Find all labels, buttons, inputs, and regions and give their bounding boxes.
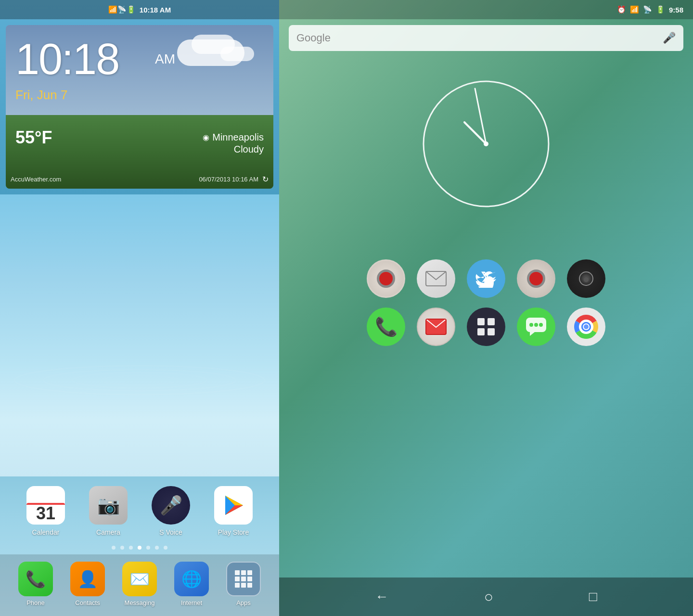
svg-rect-25 (477, 318, 485, 325)
nav-bar: ← ○ □ (279, 578, 693, 616)
svg-point-20 (484, 141, 488, 146)
weather-temp: 55°F (15, 128, 52, 148)
calendar-icon-img: 31 (26, 486, 65, 525)
messaging-emoji: ✉️ (129, 569, 150, 589)
icon-twitter[interactable]: 𝕏 (467, 259, 505, 298)
icon-camera-2[interactable] (517, 259, 555, 298)
svoice-label: S Voice (159, 528, 182, 536)
app-calendar[interactable]: 31 Calendar (26, 486, 65, 536)
internet-emoji: 🌐 (181, 569, 202, 589)
alarm-icon: ⏰ (617, 5, 626, 14)
page-dot-5[interactable] (146, 546, 150, 550)
battery-icon-right: 🔋 (656, 5, 665, 14)
contacts-label: Contacts (75, 599, 100, 606)
svg-rect-11 (235, 577, 240, 581)
clock-widget (279, 38, 693, 250)
contacts-icon: 👤 (70, 562, 105, 596)
wifi-icon-right: 📶 (630, 5, 639, 14)
spacer (279, 365, 693, 578)
internet-label: Internet (181, 599, 202, 606)
svg-rect-9 (241, 570, 246, 575)
cam-lens-1 (377, 270, 395, 288)
svg-rect-28 (488, 328, 495, 335)
icon-vinyl[interactable] (567, 259, 605, 298)
icon-red-camera[interactable] (367, 259, 405, 298)
svg-marker-33 (530, 332, 535, 336)
apps-icon (226, 562, 261, 596)
back-button[interactable]: ← (375, 589, 388, 604)
page-dot-4[interactable] (138, 546, 141, 550)
app-camera[interactable]: 📷 Camera (89, 486, 128, 536)
icon-phone-green[interactable]: 📞 (367, 308, 405, 346)
cloud-3 (220, 47, 254, 61)
home-button[interactable]: ○ (484, 588, 493, 606)
clock-svg (419, 77, 553, 211)
dock-messaging[interactable]: ✉️ Messaging (122, 562, 157, 606)
app-playstore[interactable]: Play Store (214, 486, 253, 536)
icon-grid-apps[interactable] (467, 308, 505, 346)
icons-row-1: 𝕏 (308, 259, 664, 298)
internet-icon: 🌐 (174, 562, 209, 596)
weather-condition: Cloudy (234, 144, 264, 155)
battery-icon: 🔋 (127, 5, 136, 14)
svoice-icon-img: 🎤 (152, 486, 190, 525)
icon-mail-red[interactable] (417, 308, 455, 346)
weather-widget: 10:18 AM Fri, Jun 7 55°F ◉ Minneapolis C… (6, 25, 273, 189)
dock-apps[interactable]: Apps (226, 562, 261, 606)
twitter-svg: 𝕏 (475, 270, 497, 288)
accuweather-logo: AccuWeather.com (11, 176, 61, 183)
app-svoice[interactable]: 🎤 S Voice (152, 486, 190, 536)
svg-rect-16 (247, 583, 252, 588)
icon-chrome[interactable] (567, 308, 605, 346)
svg-point-0 (14, 366, 265, 395)
weather-time: 10:18 (15, 35, 119, 84)
recent-button[interactable]: □ (589, 589, 597, 604)
svg-rect-15 (241, 583, 246, 588)
calendar-label: Calendar (32, 528, 60, 536)
camera-emoji: 📷 (97, 495, 120, 516)
dock: 📞 Phone 👤 Contacts ✉️ Messaging 🌐 Intern… (0, 554, 279, 616)
dock-internet[interactable]: 🌐 Internet (174, 562, 209, 606)
phone-green-emoji: 📞 (375, 316, 398, 337)
svg-rect-8 (235, 570, 240, 575)
right-panel: ⏰ 📶 📡 🔋 9:58 Google 🎤 (279, 0, 693, 616)
weather-location: Minneapolis (212, 132, 264, 143)
svg-rect-12 (241, 577, 246, 581)
svg-point-38 (584, 324, 589, 329)
page-dot-7[interactable] (164, 546, 167, 550)
refresh-icon[interactable]: ↻ (262, 175, 269, 184)
phone-label: Phone (26, 599, 45, 606)
page-dot-2[interactable] (120, 546, 124, 550)
icon-chat[interactable] (517, 308, 555, 346)
wifi-icon: 📶 (108, 5, 117, 14)
dock-phone[interactable]: 📞 Phone (18, 562, 53, 606)
signal-icon-right: 📡 (643, 5, 652, 14)
svg-text:𝕏: 𝕏 (481, 270, 492, 285)
dock-contacts[interactable]: 👤 Contacts (70, 562, 105, 606)
phone-emoji: 📞 (26, 569, 46, 589)
apps-grid-svg (233, 568, 254, 590)
svg-rect-26 (488, 318, 495, 325)
weather-date: Fri, Jun 7 (15, 88, 67, 103)
page-dot-6[interactable] (155, 546, 159, 550)
page-dot-1[interactable] (112, 546, 116, 550)
icons-grid: 𝕏 📞 (279, 250, 693, 365)
calendar-date: 31 (36, 505, 55, 522)
weather-footer: AccuWeather.com 06/07/2013 10:16 AM ↻ (11, 175, 269, 184)
status-time-left: 10:18 AM (140, 6, 171, 14)
grid-svg (475, 316, 497, 337)
page-dot-3[interactable] (129, 546, 133, 550)
svg-rect-10 (247, 570, 252, 575)
ripple-svg (0, 332, 279, 428)
mail-svg (425, 271, 447, 286)
left-panel: 📶 📡 🔋 10:18 AM 10:18 AM Fri, Jun 7 55°F … (0, 0, 279, 616)
icon-mail[interactable] (417, 259, 455, 298)
location-icon: ◉ (203, 133, 209, 142)
vinyl-center (584, 277, 589, 282)
vinyl-inner (579, 271, 593, 286)
calendar-inner: 31 (26, 503, 65, 522)
page-indicators (0, 541, 279, 554)
svg-point-2 (72, 372, 207, 388)
chrome-svg (574, 315, 598, 339)
location-container: ◉ Minneapolis (203, 132, 264, 143)
